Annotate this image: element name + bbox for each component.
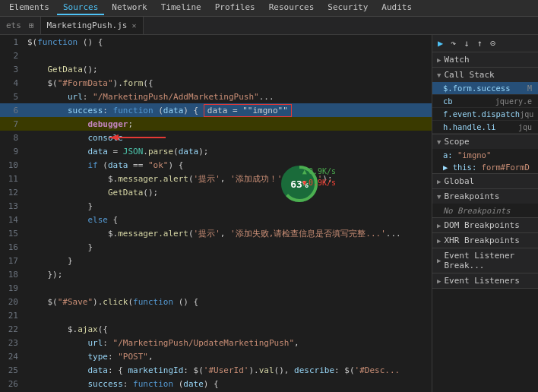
line-number-2: 2 [0, 49, 24, 62]
line-number-4: 4 [0, 76, 24, 90]
tab-security[interactable]: Security [321, 1, 374, 15]
line-number-3: 3 [0, 62, 24, 76]
line-number-8: 8 [0, 131, 24, 144]
code-line-16: 16 } [0, 240, 432, 254]
line-number-21: 21 [0, 308, 24, 322]
dom-bp-header[interactable]: ▶ DOM Breakpoints [432, 218, 538, 232]
global-header[interactable]: ▶ Global [432, 174, 538, 188]
watch-section: ▶ Watch [432, 52, 538, 68]
line-number-9: 9 [0, 144, 24, 158]
tab-network[interactable]: Network [106, 1, 153, 15]
tab-audits[interactable]: Audits [375, 1, 418, 15]
line-content-9: data = JSON.parse(data); [24, 144, 432, 158]
breakpoints-label: Breakpoints [444, 191, 499, 201]
code-line-20: 20 $("#Save").click(function () { [0, 295, 432, 308]
callstack-header[interactable]: ▼ Call Stack [432, 68, 538, 82]
line-content-14: else { [24, 213, 432, 226]
resume-btn[interactable]: ▶ [435, 37, 445, 49]
cs-source: jquery.e [495, 97, 532, 106]
cs-name: h.handle.li [443, 122, 496, 131]
code-line-11: 11 $.messager.alert('提示', '添加成功！', 'info… [0, 172, 432, 185]
code-line-18: 18 }); [0, 267, 432, 281]
line-number-17: 17 [0, 254, 24, 267]
line-number-7: 7 [0, 117, 24, 131]
cs-name: $.form.success [443, 84, 511, 93]
breakpoints-header[interactable]: ▼ Breakpoints [432, 189, 538, 204]
line-content-20: $("#Save").click(function () { [24, 295, 432, 308]
el-bp-label: Event Listener Break... [444, 251, 533, 270]
step-out-btn[interactable]: ↑ [475, 37, 485, 49]
scope-val-a: "imgno" [457, 150, 491, 160]
top-toolbar: Elements Sources Network Timeline Profil… [0, 0, 538, 17]
line-content-7: debugger; [24, 117, 432, 131]
code-line-1: 1$(function () { [0, 35, 432, 49]
code-line-14: 14 else { [0, 213, 432, 226]
scope-item-this: ▶ this: form#FormD [432, 161, 538, 173]
dom-bp-label: DOM Breakpoints [444, 220, 519, 230]
line-content-11: $.messager.alert('提示', '添加成功！', 'info'); [24, 172, 432, 185]
line-number-22: 22 [0, 322, 24, 336]
code-line-12: 12 GetData(); [0, 185, 432, 199]
callstack-item-3[interactable]: h.handle.lijqu [432, 121, 538, 134]
code-panel: 1$(function () {23 GetData();4 $("#FormD… [0, 35, 432, 392]
line-number-14: 14 [0, 213, 24, 226]
line-number-6: 6 [0, 103, 24, 117]
watch-label: Watch [444, 55, 469, 65]
code-line-3: 3 GetData(); [0, 62, 432, 76]
cs-source: M [527, 84, 532, 93]
close-icon[interactable]: ✕ [131, 21, 136, 30]
line-number-5: 5 [0, 90, 24, 103]
code-line-22: 22 $.ajax({ [0, 322, 432, 336]
dom-bp-tri: ▶ [437, 222, 441, 229]
line-number-12: 12 [0, 185, 24, 199]
watch-header[interactable]: ▶ Watch [432, 52, 538, 67]
el-header[interactable]: ▶ Event Listeners [432, 273, 538, 288]
line-content-3: GetData(); [24, 62, 432, 76]
code-line-7: 7 debugger; [0, 117, 432, 131]
tab-elements[interactable]: Elements [3, 1, 55, 15]
line-number-11: 11 [0, 172, 24, 185]
code-line-21: 21 [0, 308, 432, 322]
line-number-18: 18 [0, 267, 24, 281]
xhr-bp-header[interactable]: ▶ XHR Breakpoints [432, 233, 538, 248]
gutter-icon: ⊞ [26, 19, 37, 32]
tab-sources[interactable]: Sources [57, 1, 104, 15]
step-over-btn[interactable]: ↷ [448, 37, 458, 49]
line-content-23: url: "/MarketingPush/UpdateMarketingPush… [24, 336, 432, 349]
step-into-btn[interactable]: ↓ [461, 37, 471, 49]
callstack-section: ▼ Call Stack $.form.successMcbjquery.ef.… [432, 68, 538, 134]
el-bp-header[interactable]: ▶ Event Listener Break... [432, 248, 538, 273]
code-line-26: 26 success: function (date) { [0, 377, 432, 390]
callstack-tri: ▼ [437, 71, 441, 79]
line-content-22: $.ajax({ [24, 322, 432, 336]
scope-key-a: a: [443, 150, 457, 160]
line-content-5: url: "/MarketingPush/AddMarketingPush"..… [24, 90, 432, 103]
code-line-24: 24 type: "POST", [0, 349, 432, 363]
line-content-10: if (data == "ok") { [24, 158, 432, 172]
scope-key-this: ▶ this: [443, 163, 482, 172]
line-number-16: 16 [0, 240, 24, 254]
line-content-18: }); [24, 267, 432, 281]
callstack-label: Call Stack [444, 70, 494, 80]
code-scroll[interactable]: 1$(function () {23 GetData();4 $("#FormD… [0, 35, 432, 392]
file-tab-label: MarketingPush.js [47, 21, 128, 30]
xhr-bp-label: XHR Breakpoints [444, 236, 519, 245]
el-label: Event Listeners [444, 276, 519, 286]
code-line-17: 17 } [0, 254, 432, 267]
line-number-13: 13 [0, 199, 24, 213]
file-tab-marketingpush[interactable]: MarketingPush.js ✕ [41, 17, 144, 34]
line-number-19: 19 [0, 281, 24, 295]
code-line-13: 13 } [0, 199, 432, 213]
scope-header[interactable]: ▼ Scope [432, 134, 538, 149]
callstack-item-1[interactable]: cbjquery.e [432, 95, 538, 108]
line-content-8: console [24, 131, 432, 144]
tab-timeline[interactable]: Timeline [155, 1, 207, 15]
callstack-item-2[interactable]: f.event.dispatchjqu [432, 108, 538, 121]
deactivate-btn[interactable]: ⊝ [488, 37, 498, 49]
code-table: 1$(function () {23 GetData();4 $("#FormD… [0, 35, 432, 392]
callstack-item-0[interactable]: $.form.successM [432, 82, 538, 95]
tab-resources[interactable]: Resources [263, 1, 321, 15]
tab-profiles[interactable]: Profiles [209, 1, 261, 15]
breakpoints-empty: No Breakpoints [432, 204, 538, 217]
line-content-15: $.messager.alert('提示', '添加失败,请检查信息是否填写完整… [24, 226, 432, 240]
